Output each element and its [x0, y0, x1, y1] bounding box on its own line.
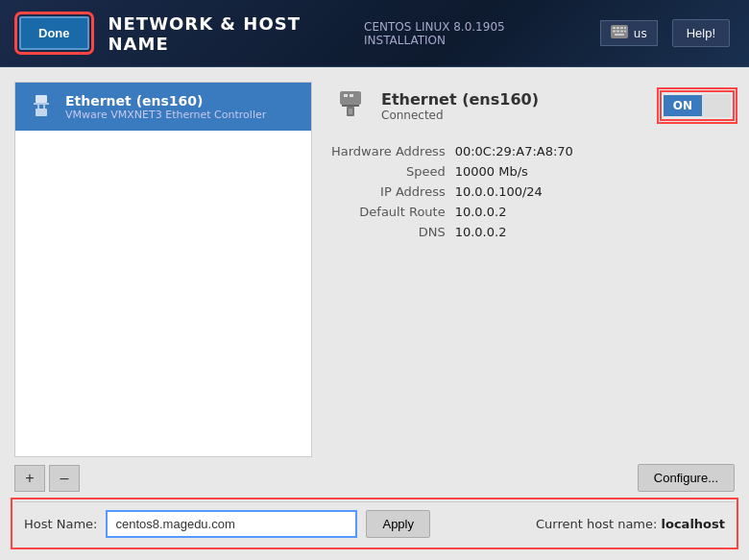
- main-content: Ethernet (ens160) VMware VMXNET3 Etherne…: [0, 67, 749, 560]
- language-indicator[interactable]: us: [600, 20, 658, 46]
- svg-rect-5: [613, 31, 616, 33]
- list-item[interactable]: Ethernet (ens160) VMware VMXNET3 Etherne…: [15, 83, 311, 131]
- svg-rect-18: [342, 105, 359, 107]
- default-route-label: Default Route: [331, 205, 446, 219]
- svg-rect-7: [620, 31, 623, 33]
- right-panel: Ethernet (ens160) Connected ON Hardware …: [331, 82, 735, 492]
- left-panel: Ethernet (ens160) VMware VMXNET3 Etherne…: [14, 82, 312, 492]
- device-text: Ethernet (ens160) Connected: [381, 90, 539, 122]
- device-status: Connected: [381, 109, 539, 122]
- device-name: Ethernet (ens160): [381, 90, 539, 109]
- network-item-name: Ethernet (ens160): [65, 93, 266, 109]
- installer-title: CENTOS LINUX 8.0.1905 INSTALLATION: [364, 20, 586, 47]
- ip-value: 10.0.0.100/24: [455, 184, 735, 199]
- keyboard-icon: [611, 25, 628, 41]
- svg-rect-2: [616, 27, 619, 29]
- svg-rect-10: [36, 95, 47, 103]
- list-controls: + –: [14, 465, 312, 492]
- device-header: Ethernet (ens160) Connected ON: [331, 82, 735, 130]
- configure-row: Configure...: [331, 464, 735, 492]
- svg-rect-12: [37, 105, 39, 109]
- network-item-text: Ethernet (ens160) VMware VMXNET3 Etherne…: [65, 93, 266, 121]
- dns-label: DNS: [331, 225, 446, 239]
- svg-rect-20: [349, 109, 352, 114]
- svg-rect-11: [34, 103, 49, 105]
- svg-rect-13: [43, 105, 45, 109]
- hostname-input[interactable]: [107, 511, 356, 537]
- svg-rect-8: [624, 31, 626, 33]
- ethernet-list-icon: [27, 92, 56, 121]
- toggle-on-label[interactable]: ON: [664, 95, 702, 116]
- network-list: Ethernet (ens160) VMware VMXNET3 Etherne…: [14, 82, 312, 457]
- ip-label: IP Address: [331, 184, 446, 199]
- toggle-off-area[interactable]: [702, 94, 731, 117]
- current-hostname-label: Current host name:: [536, 517, 657, 531]
- svg-rect-9: [615, 34, 624, 36]
- header-left: Done NETWORK & HOST NAME: [19, 13, 364, 54]
- content-row: Ethernet (ens160) VMware VMXNET3 Etherne…: [14, 82, 735, 492]
- hostname-row: Host Name: Apply Current host name: loca…: [14, 501, 735, 546]
- help-button[interactable]: Help!: [672, 19, 730, 47]
- speed-value: 10000 Mb/s: [455, 164, 735, 179]
- svg-rect-17: [350, 94, 353, 97]
- done-button[interactable]: Done: [19, 16, 89, 50]
- svg-rect-1: [613, 27, 616, 29]
- header-right: CENTOS LINUX 8.0.1905 INSTALLATION us: [364, 19, 730, 47]
- toggle-switch[interactable]: ON: [660, 90, 735, 121]
- svg-rect-4: [624, 27, 626, 29]
- apply-button[interactable]: Apply: [366, 510, 430, 538]
- speed-label: Speed: [331, 164, 446, 179]
- dns-value: 10.0.0.2: [455, 225, 735, 239]
- current-hostname: Current host name: localhost: [536, 517, 725, 531]
- add-network-button[interactable]: +: [14, 465, 45, 492]
- svg-rect-6: [616, 31, 619, 33]
- ethernet-device-icon: [331, 86, 370, 125]
- default-route-value: 10.0.0.2: [455, 205, 735, 219]
- device-info: Ethernet (ens160) Connected: [331, 86, 539, 125]
- header: Done NETWORK & HOST NAME CENTOS LINUX 8.…: [0, 0, 749, 67]
- remove-network-button[interactable]: –: [49, 465, 80, 492]
- svg-rect-16: [344, 94, 348, 97]
- network-item-desc: VMware VMXNET3 Ethernet Controller: [65, 109, 266, 121]
- current-hostname-value: localhost: [662, 517, 725, 531]
- svg-rect-3: [620, 27, 623, 29]
- svg-rect-14: [36, 109, 47, 116]
- device-details: Hardware Address 00:0C:29:A7:A8:70 Speed…: [331, 139, 735, 244]
- page-title: NETWORK & HOST NAME: [109, 13, 365, 54]
- hw-addr-label: Hardware Address: [331, 144, 446, 158]
- hostname-label: Host Name:: [24, 517, 97, 531]
- hw-addr-value: 00:0C:29:A7:A8:70: [455, 144, 735, 158]
- svg-rect-15: [340, 91, 361, 105]
- configure-button[interactable]: Configure...: [638, 464, 735, 492]
- lang-text: us: [634, 27, 647, 40]
